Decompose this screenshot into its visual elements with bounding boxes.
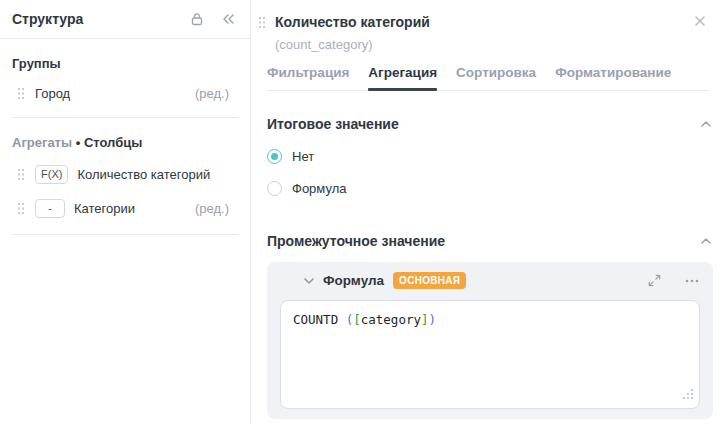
panel-header: Количество категорий (count_category): [251, 0, 725, 52]
field-type-badge: -: [35, 199, 65, 218]
tab-bar: Фильтрация Агрегация Сортировка Форматир…: [267, 65, 709, 91]
field-editor-panel: Количество категорий (count_category) Фи…: [251, 0, 725, 424]
chevron-down-icon[interactable]: [302, 274, 316, 288]
resize-grip-icon[interactable]: [683, 387, 693, 402]
aggregates-header-right: Столбцы: [84, 135, 142, 150]
total-value-title: Итоговое значение: [267, 116, 399, 132]
drag-handle-icon[interactable]: [17, 87, 25, 100]
sidebar-divider: [12, 117, 238, 118]
group-row-city[interactable]: Город (ред.): [12, 86, 238, 101]
formula-block-title: Формула: [323, 273, 384, 288]
formula-code-line: COUNTD ([category]): [293, 312, 687, 327]
drag-handle-icon[interactable]: [258, 16, 266, 29]
radio-unselected-icon[interactable]: [267, 181, 282, 196]
radio-label: Формула: [292, 181, 346, 196]
sidebar-title: Структура: [12, 11, 83, 27]
drag-handle-icon[interactable]: [17, 202, 25, 215]
code-token-bracket: ]: [421, 312, 429, 327]
tab-aggregation[interactable]: Агрегация: [368, 65, 437, 90]
field-type-badge: F(X): [35, 165, 68, 184]
code-token-bracket: [: [353, 312, 361, 327]
app-window: Структура Группы: [0, 0, 725, 424]
sidebar-divider: [12, 234, 238, 235]
primary-badge: ОСНОВНАЯ: [393, 272, 466, 289]
sidebar-header: Структура: [0, 0, 250, 39]
radio-selected-icon[interactable]: [267, 149, 282, 164]
aggregates-header-left: Агрегаты: [12, 135, 72, 150]
collapse-sidebar-icon[interactable]: [221, 12, 236, 26]
formula-code-editor[interactable]: COUNTD ([category]): [280, 300, 700, 409]
aggregate-item-label: Количество категорий: [77, 167, 210, 182]
edit-aggregate-link[interactable]: (ред.): [195, 201, 229, 216]
expand-icon[interactable]: [647, 273, 662, 288]
ellipsis-icon[interactable]: [684, 274, 700, 288]
tab-filtering[interactable]: Фильтрация: [267, 65, 349, 90]
chevron-up-icon[interactable]: [699, 117, 713, 131]
groups-section-header: Группы: [12, 56, 238, 71]
total-value-section-header: Итоговое значение: [267, 116, 713, 132]
radio-option-none[interactable]: Нет: [267, 149, 713, 164]
aggregates-header-sep: •: [76, 135, 81, 150]
chevron-up-icon[interactable]: [699, 234, 713, 248]
intermediate-value-section-header: Промежуточное значение: [267, 233, 713, 249]
aggregates-section-header: Агрегаты • Столбцы: [12, 135, 238, 150]
radio-label: Нет: [292, 149, 314, 164]
aggregate-row-categories[interactable]: - Категории (ред.): [12, 199, 238, 218]
lock-icon[interactable]: [189, 11, 205, 27]
radio-option-formula[interactable]: Формула: [267, 181, 713, 196]
aggregate-item-label: Категории: [74, 201, 135, 216]
formula-card-header: Формула ОСНОВНАЯ: [280, 272, 700, 289]
structure-sidebar: Структура Группы: [0, 0, 251, 424]
group-item-label: Город: [35, 86, 70, 101]
code-token-function: COUNTD: [293, 312, 346, 327]
panel-subtitle: (count_category): [275, 37, 693, 52]
intermediate-value-title: Промежуточное значение: [267, 233, 445, 249]
code-token-field: category: [361, 312, 421, 327]
aggregate-row-count-category[interactable]: F(X) Количество категорий: [12, 165, 238, 184]
close-icon[interactable]: [693, 14, 707, 28]
formula-card: Формула ОСНОВНАЯ: [267, 262, 713, 419]
edit-group-link[interactable]: (ред.): [195, 86, 229, 101]
tab-formatting[interactable]: Форматирование: [555, 65, 671, 90]
tab-sorting[interactable]: Сортировка: [456, 65, 536, 90]
panel-title: Количество категорий: [275, 14, 693, 30]
drag-handle-icon[interactable]: [17, 168, 25, 181]
code-token-paren: ): [429, 312, 437, 327]
